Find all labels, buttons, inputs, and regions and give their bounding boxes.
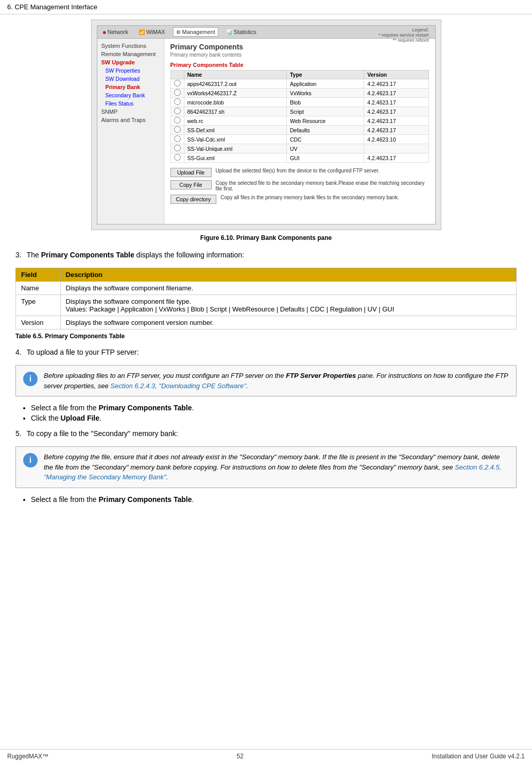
table-row-version: Version Displays the software component … [16,316,517,330]
sidebar-primary-bank[interactable]: Primary Bank [97,83,164,91]
cpe-main-pane: Legend: * requires service restart ** re… [164,39,435,224]
components-table-title: Primary Components Table [170,62,429,68]
upload-file-row: Upload File Upload the selected file(s) … [170,168,429,177]
sidebar-system-functions[interactable]: System Functions [97,42,164,50]
table-row[interactable]: web.rc Web Resource 4.2.4623.17 [170,116,428,126]
table-row-name: Name Displays the software component fil… [16,282,517,295]
copy-file-button[interactable]: Copy File [170,180,212,189]
sidebar-sw-download[interactable]: SW Download [97,75,164,83]
sidebar-secondary-bank[interactable]: Secondary Bank [97,91,164,99]
info-box-copy: i Before copying the file, ensure that i… [15,446,517,488]
pane-title: Primary Components [170,43,429,51]
sidebar-snmp[interactable]: SNMP [97,108,164,116]
field-description-table: Field Description Name Displays the soft… [15,268,517,330]
nav-wimax[interactable]: 📶 WiMAX [136,28,168,36]
row-radio[interactable] [174,154,181,161]
sidebar-alarms-traps[interactable]: Alarms and Traps [97,116,164,124]
step-4: 4.To upload a file to your FTP server: [15,347,517,358]
field-col-header: Field [16,268,61,282]
col-version: Version [364,71,428,79]
sidebar-sw-upgrade[interactable]: SW Upgrade [97,58,164,66]
copy-file-row: Copy File Copy the selected file to the … [170,180,429,192]
copy-steps-list: Select a file from the Primary Component… [31,495,517,504]
page-header: 6. CPE Management Interface [0,0,532,14]
description-col-header: Description [60,268,516,282]
pane-subtitle: Primary memory bank contents [170,52,429,58]
table-row[interactable]: 8642462317.sh Script 4.2.4623.17 [170,107,428,116]
row-radio[interactable] [174,126,181,133]
sidebar-sw-properties[interactable]: SW Properties [97,66,164,75]
nav-management[interactable]: ⚙ Management [173,27,218,37]
table-row[interactable]: microcode.blob Blob 4.2.4623.17 [170,98,428,107]
table-row[interactable]: apps42462317.2.out Application 4.2.4623.… [170,79,428,89]
chapter-title: 6. CPE Management Interface [7,3,97,11]
figure-caption: Figure 6.10. Primary Bank Components pan… [15,234,517,241]
screenshot-container: ■ Network 📶 WiMAX ⚙ Management 📊 Statist… [91,20,441,230]
copy-directory-row: Copy directory Copy all files in the pri… [170,195,429,204]
sidebar-remote-management[interactable]: Remote Management [97,50,164,58]
main-content: ■ Network 📶 WiMAX ⚙ Management 📊 Statist… [0,14,532,520]
col-radio [170,71,184,79]
bullet-select-file-upload: Select a file from the Primary Component… [31,404,517,412]
row-radio[interactable] [174,89,181,96]
footer-brand: RuggedMAX™ [7,753,48,760]
bullet-select-file-copy: Select a file from the Primary Component… [31,495,517,504]
bullet-click-upload: Click the Upload File. [31,414,517,422]
footer-guide-title: Installation and User Guide v4.2.1 [432,753,525,760]
info-text-upload: Before uploading files to an FTP server,… [44,371,509,391]
col-type: Type [286,71,364,79]
info-icon-copy: i [23,453,38,467]
page-footer: RuggedMAX™ 52 Installation and User Guid… [0,749,532,763]
nav-statistics[interactable]: 📊 Statistics [224,28,259,36]
table-row[interactable]: SS-Val-Unique.xml UV [170,144,428,153]
row-radio[interactable] [174,117,181,124]
row-radio[interactable] [174,80,181,86]
info-text-copy: Before copying the file, ensure that it … [44,452,509,482]
row-radio[interactable] [174,135,181,142]
cpe-body: System Functions Remote Management SW Up… [97,39,435,224]
cpe-sidebar: System Functions Remote Management SW Up… [97,39,164,224]
copy-directory-button[interactable]: Copy directory [170,195,217,204]
legend: Legend: * requires service restart ** re… [379,27,429,43]
table-row[interactable]: vxWorks42462317.Z VxWorks 4.2.4623.17 [170,89,428,98]
table-row[interactable]: SS-Val-Cdc.xml CDC 4.2.4623.10 [170,135,428,144]
table-row[interactable]: SS-Def.xml Defaults 4.2.4623.17 [170,126,428,135]
col-name: Name [184,71,286,79]
footer-page-number: 52 [236,753,243,760]
primary-components-table: Name Type Version apps42462317.2.out App… [170,70,429,163]
table-row[interactable]: SS-Gui.xml GUI 4.2.4623.17 [170,153,428,163]
row-radio[interactable] [174,145,181,151]
sidebar-files-status[interactable]: Files Status [97,99,164,108]
row-radio[interactable] [174,98,181,105]
step-5: 5.To copy a file to the "Secondary" memo… [15,428,517,439]
info-icon-upload: i [23,372,38,386]
upload-file-button[interactable]: Upload File [170,168,212,177]
table-caption: Table 6.5. Primary Components Table [15,333,517,340]
info-box-upload: i Before uploading files to an FTP serve… [15,365,517,396]
action-buttons: Upload File Upload the selected file(s) … [170,168,429,204]
row-radio[interactable] [174,108,181,114]
cpe-ui: ■ Network 📶 WiMAX ⚙ Management 📊 Statist… [97,25,436,224]
nav-network[interactable]: ■ Network [100,28,131,36]
table-row-type: Type Displays the software component fil… [16,295,517,316]
step-3: 3.The Primary Components Table displays … [15,250,517,261]
upload-steps-list: Select a file from the Primary Component… [31,404,517,422]
